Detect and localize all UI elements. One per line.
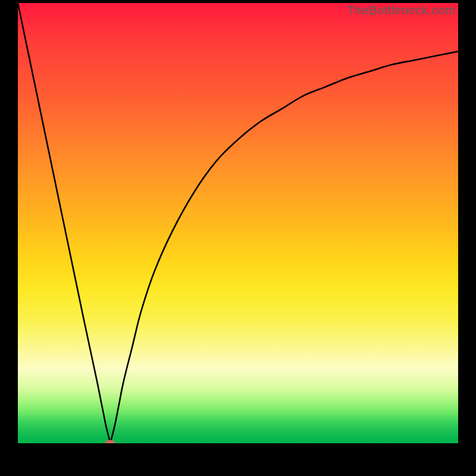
curve-path xyxy=(18,3,458,443)
plot-area: TheBottleneck.com xyxy=(18,3,458,443)
x-axis-band xyxy=(18,443,458,461)
bottleneck-curve xyxy=(18,3,458,443)
chart-frame: TheBottleneck.com xyxy=(18,3,458,461)
